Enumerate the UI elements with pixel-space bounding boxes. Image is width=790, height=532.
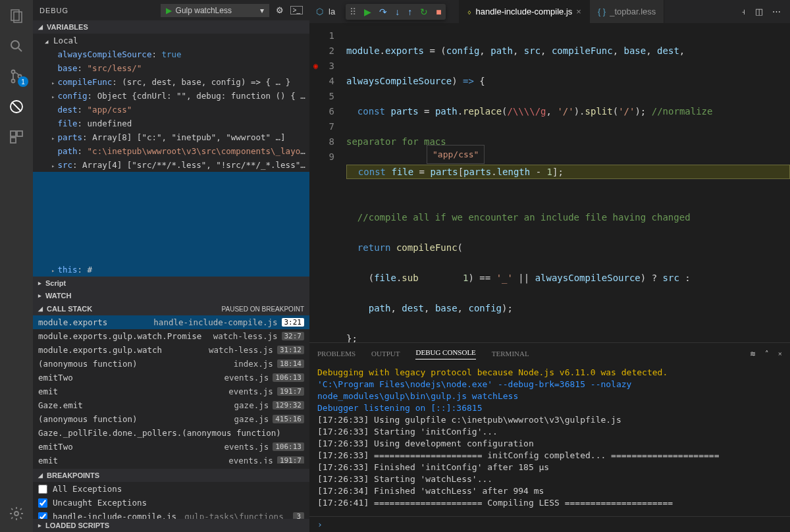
bp-checkbox[interactable] [38, 485, 47, 494]
svg-point-2 [11, 41, 19, 49]
restart-icon[interactable]: ↻ [420, 7, 428, 17]
step-out-icon[interactable]: ↑ [408, 7, 412, 17]
debug-hover-tooltip: "app/css" [427, 145, 485, 164]
extensions-icon[interactable] [7, 128, 26, 146]
svg-rect-11 [11, 138, 16, 143]
debug-console-input[interactable]: › [309, 516, 790, 532]
close-panel-icon[interactable]: × [778, 350, 782, 358]
tab-problems[interactable]: PROBLEMS [317, 350, 356, 358]
stack-frame[interactable]: module.exports.gulp.watchwatch-less.js31… [33, 343, 309, 357]
scope-local[interactable]: ◢ Local [33, 34, 309, 47]
settings-gear-icon[interactable] [7, 504, 26, 523]
compare-icon[interactable]: ⫞ [741, 7, 746, 16]
debug-float-toolbar: ⠿ ▶ ↷ ↓ ↑ ↻ ■ [346, 4, 445, 20]
editor[interactable]: 1 2 ◉3 4 5 6 7 8 9 module.exports = (con… [309, 23, 790, 342]
search-icon[interactable] [7, 37, 26, 55]
collapse-icon[interactable]: ˄ [765, 350, 769, 358]
loaded-scripts-header[interactable]: ▸LOADED SCRIPTS [33, 519, 309, 532]
svg-line-8 [12, 102, 21, 111]
stop-icon[interactable]: ■ [436, 7, 441, 17]
var-dest[interactable]: ▸dest: "app/css" [33, 103, 309, 117]
stack-frame[interactable]: emitTwoevents.js106:13 [33, 440, 309, 454]
debug-toolbar: DEBUG ▶Gulp watchLess▾ ⚙ >_ [33, 0, 309, 20]
tab-terminal[interactable]: TERMINAL [492, 350, 529, 358]
activity-bar: 1 [0, 0, 33, 532]
explorer-icon[interactable] [7, 7, 26, 25]
tabs-row: ⬡la ⠿ ▶ ↷ ↓ ↑ ↻ ■ ⬨handle-include-compil… [309, 0, 790, 23]
stack-frame[interactable]: emitevents.js191:7 [33, 385, 309, 398]
var-alwaysCompileSource[interactable]: ▸alwaysCompileSource: true [33, 47, 309, 61]
step-over-icon[interactable]: ↷ [379, 7, 387, 17]
tab-output[interactable]: OUTPUT [371, 350, 400, 358]
source-control-icon[interactable]: 1 [7, 67, 26, 86]
stack-frame[interactable]: emitevents.js191:7 [33, 454, 309, 464]
svg-point-4 [12, 70, 15, 74]
var-src[interactable]: ▸src: Array[4] ["src/**/*.less", "!src/*… [33, 158, 309, 172]
more-icon[interactable]: ⋯ [772, 7, 781, 16]
bp-all-exceptions[interactable]: All Exceptions [33, 482, 309, 496]
stack-frame[interactable]: emitTwoevents.js106:13 [33, 371, 309, 385]
variables-header[interactable]: ◢VARIABLES [33, 20, 309, 34]
tab-other[interactable]: { }_topbar.less [590, 0, 664, 23]
svg-point-12 [14, 512, 18, 516]
stack-frame[interactable]: Gaze._pollFile.done._pollers.(anonymous … [33, 426, 309, 440]
tab-active[interactable]: ⬨handle-include-compile.js× [459, 0, 590, 23]
editor-group: ⬡la ⠿ ▶ ↷ ↓ ↑ ↻ ■ ⬨handle-include-compil… [309, 0, 790, 532]
svg-line-3 [18, 48, 22, 51]
debug-sidebar: DEBUG ▶Gulp watchLess▾ ⚙ >_ ◢VARIABLES ◢… [33, 0, 309, 532]
var-file[interactable]: ▸file: undefined [33, 117, 309, 130]
drag-handle-icon[interactable]: ⠿ [350, 7, 356, 17]
continue-icon[interactable]: ▶ [364, 7, 371, 17]
var-parts[interactable]: ▸parts: Array[8] ["c:", "inetpub", "wwwr… [33, 130, 309, 144]
bp-file[interactable]: handle-include-compile.jsgulp-tasks\func… [33, 510, 309, 519]
stack-frame[interactable]: (anonymous function)index.js18:14 [33, 357, 309, 371]
code-area[interactable]: module.exports = (config, path, src, com… [342, 23, 790, 342]
clear-icon[interactable]: ≋ [750, 350, 756, 358]
debug-console-icon[interactable]: >_ [290, 6, 303, 14]
bp-checkbox[interactable] [38, 512, 47, 519]
debug-config-select[interactable]: ▶Gulp watchLess▾ [161, 4, 269, 17]
split-icon[interactable]: ◫ [755, 7, 763, 16]
script-header[interactable]: ▸Script [33, 277, 309, 290]
close-icon[interactable]: × [576, 7, 581, 16]
gear-icon[interactable]: ⚙ [276, 5, 284, 15]
bp-uncaught-exceptions[interactable]: Uncaught Exceptions [33, 496, 309, 510]
panel-tabs: PROBLEMS OUTPUT DEBUG CONSOLE TERMINAL ≋… [309, 343, 790, 364]
truncated-tab[interactable]: la [329, 7, 335, 16]
debug-title: DEBUG [40, 7, 68, 14]
stack-frame[interactable]: Gaze.emitgaze.js129:32 [33, 398, 309, 412]
callstack-header[interactable]: ◢CALL STACKPAUSED ON BREAKPOINT [33, 302, 309, 315]
bottom-panel: PROBLEMS OUTPUT DEBUG CONSOLE TERMINAL ≋… [309, 342, 790, 532]
breakpoint-marker[interactable]: ◉ [313, 59, 318, 74]
step-into-icon[interactable]: ↓ [395, 7, 400, 17]
watch-header[interactable]: ▸WATCH [33, 290, 309, 303]
var-base[interactable]: ▸base: "src/less/" [33, 61, 309, 75]
var-path[interactable]: ▸path: "c:\inetpub\wwwroot\v3\src\compon… [33, 144, 309, 158]
var-config[interactable]: ▸config: Object {cdnUrl: "", debug: func… [33, 89, 309, 103]
var-this[interactable]: ▸this: # [33, 172, 309, 277]
scm-badge: 1 [18, 76, 28, 87]
var-compileFunc[interactable]: ▸compileFunc: (src, dest, base, config) … [33, 75, 309, 89]
breakpoints-header[interactable]: ◢BREAKPOINTS [33, 469, 309, 482]
bp-checkbox[interactable] [38, 498, 47, 508]
debug-config-label: Gulp watchLess [176, 6, 232, 15]
debug-icon[interactable] [7, 97, 26, 116]
svg-rect-9 [11, 131, 16, 136]
svg-rect-10 [17, 131, 22, 136]
stack-frame[interactable]: module.exportshandle-include-compile.js3… [33, 315, 309, 329]
gutter: 1 2 ◉3 4 5 6 7 8 9 [309, 23, 342, 342]
svg-point-5 [12, 80, 15, 83]
debug-console-output[interactable]: Debugging with legacy protocol because N… [309, 364, 790, 516]
stack-frame[interactable]: module.exports.gulp.watch.Promisewatch-l… [33, 329, 309, 343]
stack-frame[interactable]: (anonymous function)gaze.js415:16 [33, 412, 309, 426]
tab-debug-console[interactable]: DEBUG CONSOLE [415, 348, 475, 359]
call-stack-list: module.exportshandle-include-compile.js3… [33, 315, 309, 464]
